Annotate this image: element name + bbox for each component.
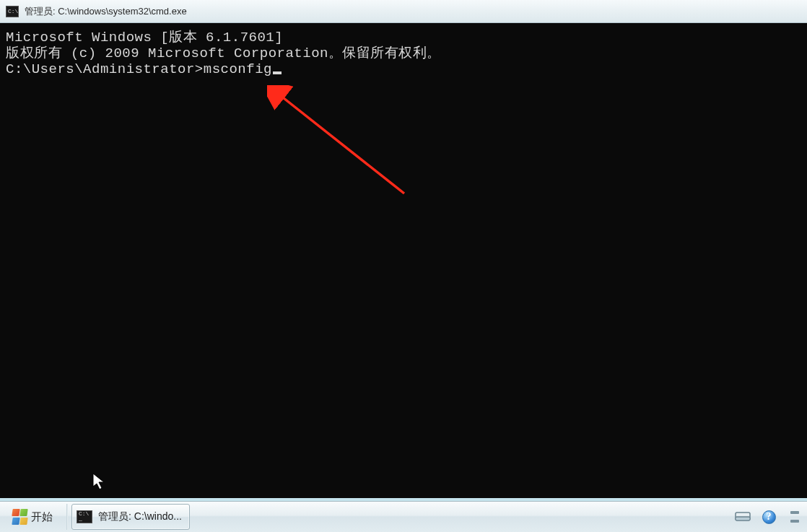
- prompt-text: C:\Users\Administrator>: [6, 61, 204, 77]
- help-circle-icon: ?: [762, 510, 776, 524]
- svg-rect-7: [790, 520, 799, 523]
- start-button[interactable]: 开始: [0, 502, 65, 532]
- cmd-icon-text: C:\: [8, 9, 18, 14]
- svg-rect-4: [736, 517, 750, 520]
- system-tray: ?: [735, 509, 807, 525]
- taskbar-item-label: 管理员: C:\windo...: [98, 510, 182, 523]
- cmd-icon: C:\ —: [77, 510, 92, 523]
- cmd-window: C:\ 管理员: C:\windows\system32\cmd.exe Mic…: [0, 0, 807, 498]
- taskbar: 开始 C:\ — 管理员: C:\windo... ?: [0, 501, 807, 532]
- cmd-icon: C:\: [6, 6, 19, 17]
- help-tray-icon[interactable]: ?: [761, 509, 777, 525]
- command-text: msconfig: [204, 61, 272, 77]
- overflow-tray-icon[interactable]: [787, 509, 803, 525]
- help-glyph: ?: [767, 511, 772, 523]
- terminal-line-banner2: 版权所有 (c) 2009 Microsoft Corporation。保留所有…: [6, 46, 801, 62]
- windows-logo-icon: [12, 509, 28, 525]
- svg-rect-6: [790, 511, 799, 514]
- titlebar[interactable]: C:\ 管理员: C:\windows\system32\cmd.exe: [0, 0, 807, 23]
- terminal-line-banner1: Microsoft Windows [版本 6.1.7601]: [6, 30, 801, 46]
- taskbar-item-icon-text: C:\ —: [79, 510, 92, 523]
- taskbar-item-cmd[interactable]: C:\ — 管理员: C:\windo...: [71, 504, 190, 530]
- window-title: 管理员: C:\windows\system32\cmd.exe: [25, 5, 187, 18]
- desktop-tray-icon[interactable]: [735, 509, 751, 525]
- terminal-body[interactable]: Microsoft Windows [版本 6.1.7601] 版权所有 (c)…: [0, 23, 807, 498]
- taskbar-separator: [66, 504, 68, 530]
- start-label: 开始: [31, 510, 53, 524]
- text-cursor: [273, 71, 282, 74]
- terminal-prompt-line: C:\Users\Administrator>msconfig: [6, 62, 801, 78]
